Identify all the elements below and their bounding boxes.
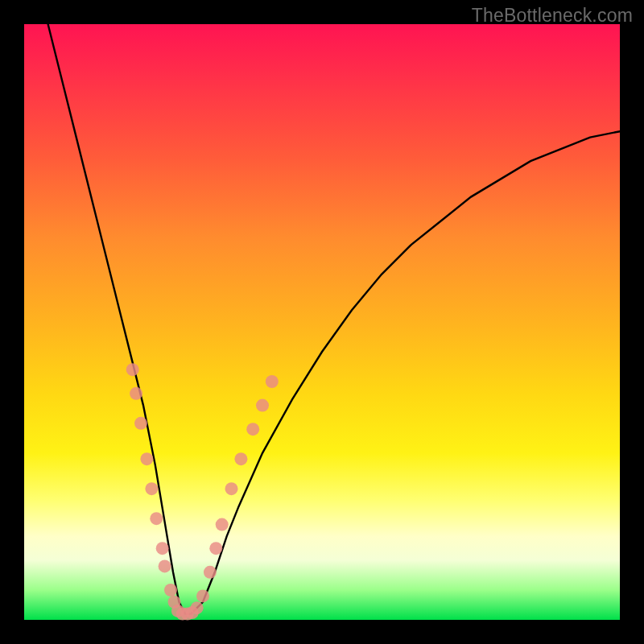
highlight-dot — [209, 542, 222, 555]
highlight-dot — [216, 518, 229, 531]
chart-frame: TheBottleneck.com — [0, 0, 644, 644]
plot-area — [24, 24, 620, 620]
watermark-text: TheBottleneck.com — [472, 5, 633, 27]
highlight-dot — [164, 584, 177, 597]
highlight-dot — [159, 559, 171, 572]
highlight-dots — [126, 363, 279, 620]
highlight-dot — [145, 482, 158, 495]
curve-svg — [24, 24, 620, 620]
highlight-dot — [256, 399, 269, 412]
highlight-dot — [204, 566, 217, 579]
highlight-dot — [156, 542, 169, 555]
highlight-dot — [234, 452, 247, 465]
highlight-dot — [140, 452, 153, 465]
bottleneck-curve — [48, 24, 620, 614]
highlight-dot — [150, 512, 163, 525]
highlight-dot — [196, 589, 209, 602]
highlight-dot — [246, 423, 259, 436]
highlight-dot — [266, 375, 279, 388]
highlight-dot — [130, 387, 142, 400]
highlight-dot — [134, 417, 147, 430]
highlight-dot — [225, 482, 238, 495]
highlight-dot — [191, 601, 204, 614]
highlight-dot — [126, 363, 139, 376]
